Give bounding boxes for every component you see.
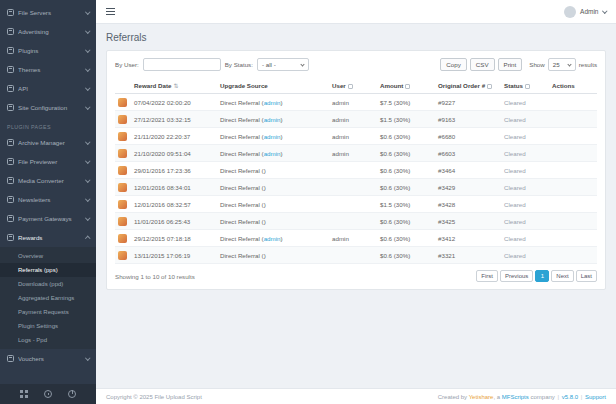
- table-row: 12/01/2016 08:34:01Direct Referral ()$0.…: [115, 179, 597, 196]
- sidebar-item-rewards[interactable]: Rewards: [0, 228, 96, 247]
- sidebar-item-plugins[interactable]: Plugins: [0, 41, 96, 60]
- status-badge: Cleared: [504, 201, 526, 208]
- print-button[interactable]: Print: [498, 58, 523, 71]
- support-link[interactable]: Support: [585, 394, 606, 400]
- power-icon[interactable]: [68, 390, 76, 398]
- chevron-down-icon: [300, 62, 304, 66]
- filter-icon[interactable]: [348, 84, 353, 89]
- avatar[interactable]: [564, 6, 576, 18]
- menu-toggle-button[interactable]: [106, 8, 115, 16]
- copy-button[interactable]: Copy: [440, 58, 466, 71]
- page-last-button[interactable]: Last: [576, 270, 597, 282]
- footer-separator: |: [581, 394, 583, 400]
- column-header-amount[interactable]: Amount: [377, 78, 435, 94]
- column-header-reward-date[interactable]: Reward Date⇅: [131, 78, 217, 94]
- payment-gateways-icon: [7, 215, 14, 222]
- media-converter-icon: [7, 177, 14, 184]
- column-header-original-order[interactable]: Original Order #: [435, 78, 501, 94]
- referral-icon: [118, 251, 127, 260]
- apps-grid-icon[interactable]: [20, 390, 28, 398]
- referral-icon: [118, 98, 127, 107]
- referral-icon: [118, 132, 127, 141]
- show-entries-select[interactable]: 25: [548, 58, 576, 71]
- page-next-button[interactable]: Next: [551, 270, 573, 282]
- table-header-row: Reward Date⇅Upgrade SourceUserAmountOrig…: [115, 78, 597, 94]
- status-badge: Cleared: [504, 99, 526, 106]
- chevron-down-icon: [85, 85, 90, 90]
- status-badge: Cleared: [504, 133, 526, 140]
- by-user-input[interactable]: [143, 58, 221, 71]
- chevron-down-icon: [85, 196, 90, 201]
- page-first-button[interactable]: First: [476, 270, 498, 282]
- version-label[interactable]: v5.8.0: [562, 394, 578, 400]
- referral-user-link[interactable]: admin: [264, 150, 281, 157]
- sidebar-subitem-plugin-settings[interactable]: Plugin Settings: [0, 319, 96, 333]
- mfscripts-link[interactable]: MFScripts: [502, 394, 529, 400]
- sidebar-subitem-logs-ppd[interactable]: Logs - Ppd: [0, 333, 96, 347]
- referral-icon: [118, 217, 127, 226]
- status-badge: Cleared: [504, 116, 526, 123]
- sidebar-item-archive-manager[interactable]: Archive Manager: [0, 133, 96, 152]
- sidebar-item-file-previewer[interactable]: File Previewer: [0, 152, 96, 171]
- referral-icon: [118, 200, 127, 209]
- chevron-down-icon: [85, 215, 90, 220]
- created-by-middle: , a: [493, 394, 500, 400]
- footer-separator: |: [557, 394, 559, 400]
- by-status-value: - all -: [262, 61, 276, 68]
- column-header-user[interactable]: User: [329, 78, 377, 94]
- sidebar-item-payment-gateways[interactable]: Payment Gateways: [0, 209, 96, 228]
- table-row: 21/11/2020 22:20:37Direct Referral (admi…: [115, 128, 597, 145]
- sidebar-main-nav: File ServersAdvertisingPluginsThemesAPIS…: [0, 3, 96, 117]
- sidebar-subitem-aggregated-earnings[interactable]: Aggregated Earnings: [0, 291, 96, 305]
- sidebar-subitem-overview[interactable]: Overview: [0, 249, 96, 263]
- filter-icon[interactable]: [487, 84, 492, 89]
- filter-icon[interactable]: [525, 84, 530, 89]
- filter-toolbar: By User: By Status: - all - CopyCSVPrint…: [115, 58, 597, 71]
- clock-icon[interactable]: [44, 390, 52, 398]
- column-header-actions[interactable]: Actions: [549, 78, 597, 94]
- show-label: Show: [529, 61, 544, 68]
- sidebar-item-vouchers[interactable]: Vouchers: [0, 349, 96, 368]
- csv-button[interactable]: CSV: [470, 58, 495, 71]
- chevron-down-icon: [85, 355, 90, 360]
- sort-icon[interactable]: ⇅: [173, 83, 178, 89]
- chevron-up-icon: [85, 236, 90, 241]
- sidebar-section-label: PLUGIN PAGES: [0, 117, 96, 133]
- user-menu-label[interactable]: Admin: [580, 8, 598, 15]
- column-header-upgrade-source[interactable]: Upgrade Source: [217, 78, 329, 94]
- filter-icon[interactable]: [405, 84, 410, 89]
- referral-user-link[interactable]: admin: [264, 99, 281, 106]
- yetishare-link[interactable]: Yetishare: [469, 394, 494, 400]
- sidebar-item-advertising[interactable]: Advertising: [0, 22, 96, 41]
- table-row: 07/04/2022 02:00:20Direct Referral (admi…: [115, 94, 597, 111]
- referral-user-link[interactable]: admin: [264, 235, 281, 242]
- table-row: 11/01/2016 06:25:43Direct Referral ()$0.…: [115, 213, 597, 230]
- sidebar-item-themes[interactable]: Themes: [0, 60, 96, 79]
- created-by-text: Created by: [438, 394, 467, 400]
- newsletters-icon: [7, 196, 14, 203]
- referral-user-link[interactable]: admin: [264, 116, 281, 123]
- user-menu[interactable]: Admin: [564, 6, 606, 18]
- page-1-button[interactable]: 1: [535, 270, 549, 282]
- status-badge: Cleared: [504, 150, 526, 157]
- sidebar-subitem-payment-requests[interactable]: Payment Requests: [0, 305, 96, 319]
- sidebar-item-media-converter[interactable]: Media Converter: [0, 171, 96, 190]
- page-title: Referrals: [106, 32, 606, 43]
- sidebar-item-newsletters[interactable]: Newsletters: [0, 190, 96, 209]
- referral-user-link[interactable]: admin: [264, 133, 281, 140]
- table-row: 21/10/2020 09:51:04Direct Referral (admi…: [115, 145, 597, 162]
- sidebar-subitem-downloads-ppd[interactable]: Downloads (ppd): [0, 277, 96, 291]
- file-servers-icon: [7, 9, 14, 16]
- rewards-submenu: OverviewReferrals (pps)Downloads (ppd)Ag…: [0, 247, 96, 349]
- sidebar-subitem-referrals-pps[interactable]: Referrals (pps): [0, 263, 96, 277]
- sidebar-item-api[interactable]: API: [0, 79, 96, 98]
- page-previous-button[interactable]: Previous: [500, 270, 533, 282]
- column-header-status[interactable]: Status: [501, 78, 549, 94]
- sidebar-item-site-configuration[interactable]: Site Configuration: [0, 98, 96, 117]
- table-row: 13/11/2015 17:06:19Direct Referral ()$0.…: [115, 247, 597, 264]
- by-status-select[interactable]: - all -: [257, 58, 309, 71]
- sidebar-after-nav: Vouchers: [0, 349, 96, 368]
- show-entries-value: 25: [553, 61, 560, 68]
- file-previewer-icon: [7, 158, 14, 165]
- sidebar-item-file-servers[interactable]: File Servers: [0, 3, 96, 22]
